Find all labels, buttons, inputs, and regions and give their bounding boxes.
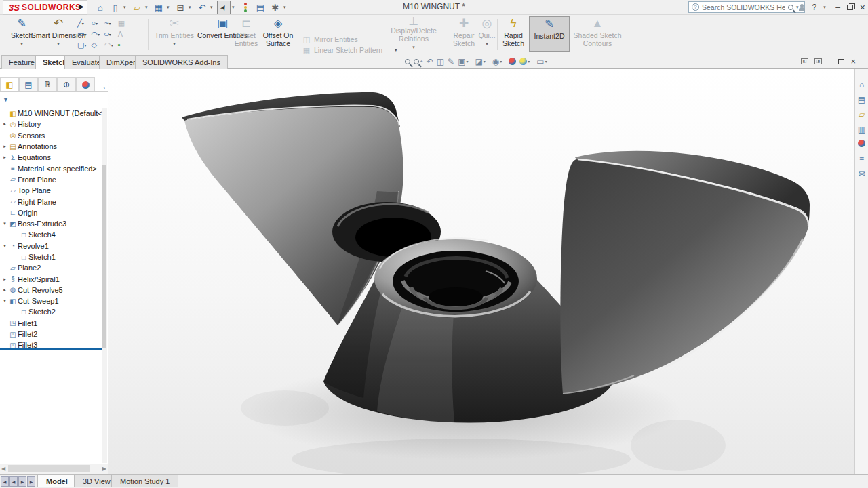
sketch-fillet-icon[interactable]: ◠▾ [104,41,117,49]
selection-filter-icon[interactable] [239,1,252,14]
configurationmanager-tab[interactable]: 𝔹 [38,77,57,92]
print-icon[interactable]: ⊟ [174,1,187,14]
doc-minimize-button[interactable]: – [828,57,833,66]
dynamic-annotation-icon[interactable]: ✎ [448,57,454,66]
scroll-left-icon[interactable]: ◀ [1,466,5,472]
help-search-input[interactable]: ? Search SOLIDWORKS Help ▾ [688,1,805,13]
wingnut-3d-model[interactable] [108,69,854,474]
split-pane-left-icon[interactable]: ◧ [801,58,808,64]
display-delete-relations-button[interactable]: ⊥ Display/Delete Relations ▾ [381,16,446,52]
view-orientation-icon[interactable]: ▣▾ [458,57,471,66]
tree-item-helix-spiral1[interactable]: ▸§Helix/Spiral1 [0,273,102,284]
tree-item-sketch4[interactable]: □Sketch4 [0,229,102,240]
ellipse-tool-icon[interactable]: ○▾ [104,30,117,38]
section-view-icon[interactable]: ◫ [437,57,444,66]
tree-item-origin[interactable]: ∟Origin [0,207,102,218]
tree-item-plane2[interactable]: ▱Plane2 [0,262,102,273]
doc-restore-button[interactable] [838,59,844,64]
arc-tool-icon[interactable]: ◠▾ [91,30,103,39]
menu-flyout-arrow[interactable]: ▶ [79,3,84,10]
save-icon[interactable]: ▦ [152,1,165,14]
spline-tool-icon[interactable]: ~▾ [104,19,117,27]
scrollbar-thumb[interactable] [102,165,106,348]
close-button[interactable]: × [860,2,865,13]
tab-solidworks-addins[interactable]: SOLIDWORKS Add-Ins [135,55,228,69]
tree-vertical-scrollbar[interactable] [102,108,107,463]
propertymanager-tab[interactable]: ▤ [19,77,38,92]
last-tab-button[interactable]: ▶ [27,476,35,487]
custom-properties-icon[interactable]: ≡ [859,155,864,163]
solidworks-logo[interactable]: 3S SOLIDWORKS [3,0,87,15]
point-tool-icon[interactable]: ▪ [118,41,125,49]
settings-caret-icon[interactable]: ▾ [283,5,289,10]
tree-item-fillet1[interactable]: ◳Fillet1 [0,318,102,329]
tree-item-history[interactable]: ▸◷History [0,119,102,129]
featuremanager-tab[interactable]: ◧ [0,77,19,92]
zoom-to-fit-icon[interactable] [405,59,410,64]
tree-item-right-plane[interactable]: ▱Right Plane [0,196,102,207]
scroll-right-icon[interactable]: ▶ [102,466,106,472]
doc-close-button[interactable]: × [850,56,856,66]
print-caret-icon[interactable]: ▾ [189,5,194,10]
trim-entities-button[interactable]: ✂ Trim Entities ▾ [153,16,195,52]
line-tool-icon[interactable]: ╱▾ [77,19,90,28]
open-icon[interactable]: ▱ [130,1,144,14]
select-tool-icon[interactable]: ➤ [217,1,231,14]
home-icon[interactable]: ⌂ [94,1,107,14]
undo-icon[interactable]: ↶ [195,1,209,14]
shaded-sketch-contours-button[interactable]: ▲ Shaded Sketch Contours [571,16,624,52]
undo-caret-icon[interactable]: ▾ [210,5,216,10]
hide-show-items-icon[interactable]: ◉▾ [492,57,505,66]
help-caret-icon[interactable]: ▾ [823,5,829,10]
tab-motion-study-1[interactable]: Motion Study 1 [111,475,178,487]
edit-appearance-icon[interactable] [509,58,516,65]
display-style-icon[interactable]: ◪▾ [475,57,488,66]
save-caret-icon[interactable]: ▾ [167,5,172,10]
tree-item-top-plane[interactable]: ▱Top Plane [0,185,102,196]
restore-button[interactable] [847,5,853,10]
prev-tab-button[interactable]: ◀ [9,476,18,487]
tree-item-annotations[interactable]: ▸▤Annotations [0,141,102,152]
sketch-picture-icon[interactable]: ▦ [118,19,125,28]
file-explorer-icon[interactable]: ▱ [859,110,865,119]
offset-entities-button[interactable]: ⊏ Offset Entities [232,16,260,52]
open-caret-icon[interactable]: ▾ [145,5,151,10]
tree-item-material[interactable]: ≡Material <not specified> [0,163,102,174]
tree-item-fillet2[interactable]: ◳Fillet2 [0,329,102,340]
dimxpertmanager-tab[interactable]: ⊕ [57,77,76,92]
zoom-to-area-icon[interactable]: + [414,58,423,64]
split-pane-right-icon[interactable]: ◨ [814,58,822,64]
tree-item-front-plane[interactable]: ▱Front Plane [0,174,102,185]
graphics-viewport[interactable] [108,69,854,474]
options-list-icon[interactable]: ▤ [254,1,267,14]
settings-gear-icon[interactable]: ✱ [269,1,282,14]
text-tool-icon[interactable]: A [118,30,125,38]
view-palette-icon[interactable]: ▥ [858,125,865,134]
rollback-bar[interactable] [0,348,102,350]
tree-item-revolve1[interactable]: ▾◔Revolve1 [0,241,102,251]
tree-item-equations[interactable]: ▸ΣEquations [0,152,102,163]
user-account-icon[interactable] [798,4,805,11]
tab-model[interactable]: Model [37,475,77,487]
home-tab-icon[interactable]: ⌂ [859,80,864,89]
tree-item-cut-sweep1[interactable]: ▾◧Cut-Sweep1 [0,296,102,306]
apply-scene-icon[interactable]: ▾ [519,58,533,65]
first-tab-button[interactable]: ◀ [1,476,9,487]
more-tabs-chevron-icon[interactable]: › [95,85,108,92]
rapid-sketch-button[interactable]: ϟ Rapid Sketch [499,16,528,52]
scrollbar-thumb[interactable] [8,465,90,472]
appearances-scenes-icon[interactable] [858,140,865,148]
new-document-icon[interactable]: ▯ [108,1,122,14]
rectangle-tool-icon[interactable]: ▭▾ [77,30,90,39]
tree-item-sketch1[interactable]: □Sketch1 [0,251,102,262]
repair-sketch-button[interactable]: ✚ Repair Sketch [449,16,479,52]
tree-item-boss-extrude3[interactable]: ▾◩Boss-Extrude3 [0,218,102,229]
slot-tool-icon[interactable]: ▢▾ [77,41,90,49]
tree-item-cut-revolve5[interactable]: ▸◍Cut-Revolve5 [0,285,102,296]
tree-root-part[interactable]: ◧ M10 WINGNUT (Default<<Defa [0,108,102,119]
polygon-tool-icon[interactable]: ◇ [91,41,103,49]
quick-snaps-button[interactable]: ◎ Qui... ▾ [476,16,498,52]
design-library-icon[interactable]: ▤ [858,95,865,104]
tree-item-sensors[interactable]: ◎Sensors [0,130,102,141]
tree-item-sketch2[interactable]: □Sketch2 [0,306,102,317]
